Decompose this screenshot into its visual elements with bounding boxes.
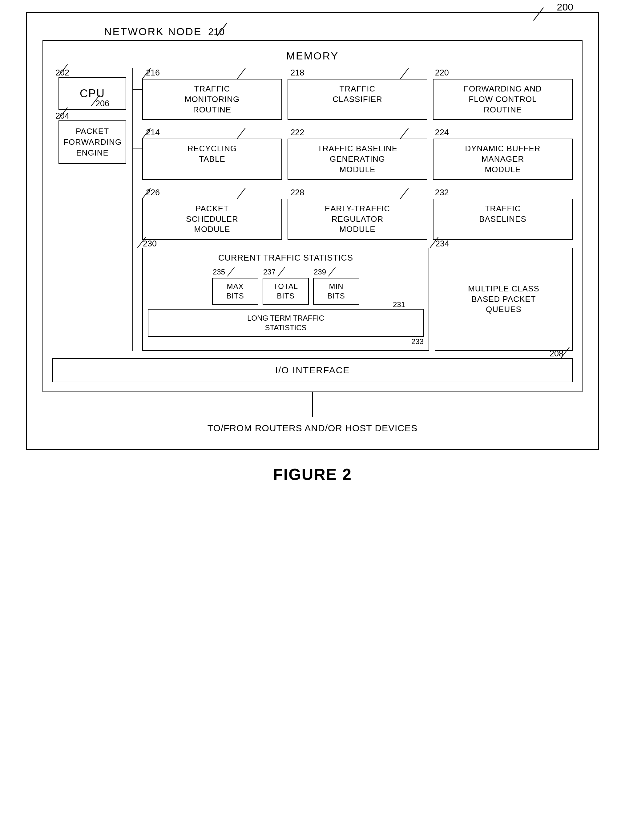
ref-206: 206 xyxy=(95,99,109,108)
packet-scheduler-box: PACKET SCHEDULER MODULE xyxy=(142,199,282,240)
ref-214: 214 xyxy=(145,128,284,137)
ref-234: 234 xyxy=(435,239,449,249)
ref-226: 226 xyxy=(145,188,284,198)
total-bits-box: TOTAL BITS xyxy=(263,278,309,304)
multiple-class-box: MULTIPLE CLASS BASED PACKET QUEUES xyxy=(435,248,573,351)
current-traffic-box: CURRENT TRAFFIC STATISTICS 235 ╱ 237 ╱ xyxy=(142,248,429,351)
ref-228: 228 xyxy=(289,188,428,198)
traffic-classifier-box: TRAFFIC CLASSIFIER xyxy=(288,79,428,120)
network-node-label: NETWORK NODE xyxy=(104,26,202,37)
ref-237: 237 xyxy=(263,268,275,276)
ref-222: 222 xyxy=(289,128,428,137)
ref-224: 224 xyxy=(434,128,573,137)
ref-231: 231 xyxy=(393,300,405,309)
min-bits-box: MIN BITS xyxy=(313,278,359,304)
ref-200: 200 xyxy=(557,2,573,13)
ref-204-slash: ╱ xyxy=(60,108,65,118)
traffic-baseline-gen-box: TRAFFIC BASELINE GENERATING MODULE xyxy=(288,139,428,179)
ref-202-slash: ╱ xyxy=(60,64,65,75)
ref-218: 218 xyxy=(289,68,428,78)
long-term-box: LONG TERM TRAFFIC STATISTICS xyxy=(148,309,424,337)
dynamic-buffer-box: DYNAMIC BUFFER MANAGER MODULE xyxy=(433,139,573,179)
figure-label: FIGURE 2 xyxy=(273,465,352,484)
io-connector-line xyxy=(312,392,313,417)
ref-220: 220 xyxy=(434,68,573,78)
outer-diagram-container: 200 ╱ NETWORK NODE 210 ╱ MEMORY 202 ╱ CP… xyxy=(26,12,599,450)
inner-network-node: MEMORY 202 ╱ CPU 206 xyxy=(42,40,583,392)
ref-200-slash: ╱ xyxy=(534,8,541,21)
recycling-table-box: RECYCLING TABLE xyxy=(142,139,282,179)
ref-235: 235 xyxy=(213,268,225,276)
vertical-separator xyxy=(132,68,133,351)
forwarding-flow-box: FORWARDING AND FLOW CONTROL ROUTINE xyxy=(433,79,573,120)
ref-232: 232 xyxy=(434,188,573,198)
traffic-baselines-box: TRAFFIC BASELINES xyxy=(433,199,573,240)
max-bits-box: MAX BITS xyxy=(212,278,258,304)
pfe-box: PACKET FORWARDING ENGINE xyxy=(59,120,126,164)
early-traffic-box: EARLY-TRAFFIC REGULATOR MODULE xyxy=(288,199,428,240)
ref-216: 216 xyxy=(145,68,284,78)
ref-239: 239 xyxy=(314,268,326,276)
memory-label: MEMORY xyxy=(52,50,573,62)
bottom-caption: TO/FROM ROUTERS AND/OR HOST DEVICES xyxy=(42,423,583,433)
current-traffic-title: CURRENT TRAFFIC STATISTICS xyxy=(148,253,424,263)
ref-230: 230 xyxy=(143,239,157,249)
ref-206-slash: ╱ xyxy=(92,95,97,106)
ref-233: 233 xyxy=(148,337,424,346)
io-interface-bar: I/O INTERFACE xyxy=(52,358,573,382)
traffic-monitoring-box: TRAFFIC MONITORING ROUTINE xyxy=(142,79,282,120)
